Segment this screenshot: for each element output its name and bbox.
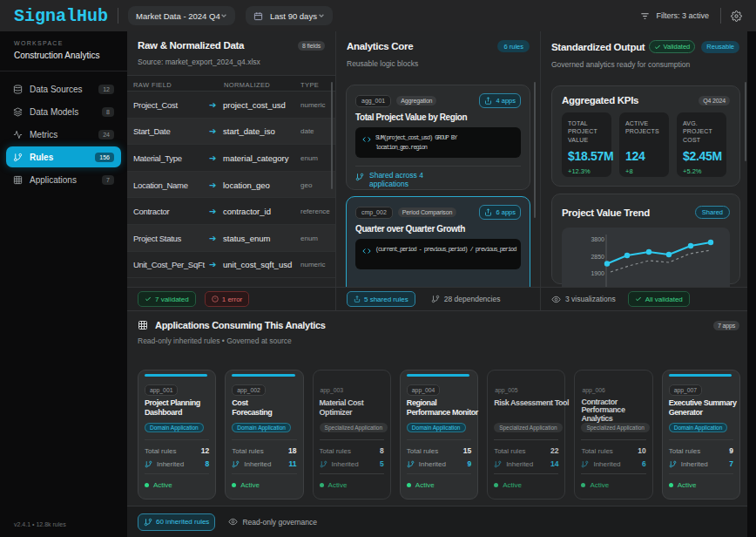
svg-text:3800: 3800 <box>591 236 604 242</box>
svg-text:2850: 2850 <box>591 254 604 260</box>
svg-text:1900: 1900 <box>591 270 604 276</box>
